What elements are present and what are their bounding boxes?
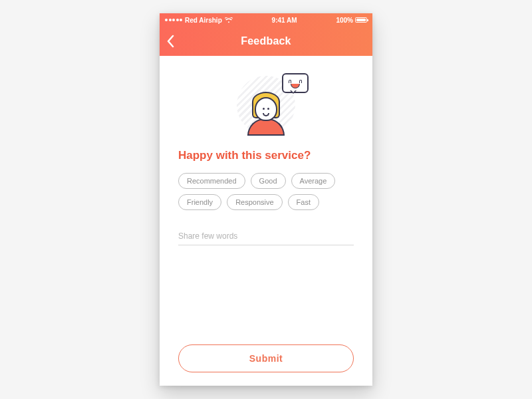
nav-bar: Feedback bbox=[160, 27, 372, 56]
speech-bubble-icon bbox=[282, 73, 309, 93]
chip-good[interactable]: Good bbox=[251, 173, 286, 189]
submit-button[interactable]: Submit bbox=[178, 344, 354, 372]
chip-group: Recommended Good Average Friendly Respon… bbox=[178, 173, 354, 210]
person-happy-icon bbox=[237, 76, 295, 134]
feedback-question: Happy with this service? bbox=[178, 149, 354, 162]
chip-average[interactable]: Average bbox=[291, 173, 336, 189]
battery-indicator: 100% bbox=[336, 17, 367, 24]
status-bar: Red Airship 9:41 AM 100% bbox=[160, 13, 372, 27]
status-left: Red Airship bbox=[165, 17, 233, 24]
back-button[interactable] bbox=[166, 27, 174, 56]
chip-recommended[interactable]: Recommended bbox=[178, 173, 245, 189]
wifi-icon bbox=[225, 17, 233, 23]
chip-responsive[interactable]: Responsive bbox=[227, 194, 282, 210]
feedback-input[interactable] bbox=[178, 227, 354, 245]
chip-friendly[interactable]: Friendly bbox=[178, 194, 221, 210]
content: Happy with this service? Recommended Goo… bbox=[160, 56, 372, 386]
chip-fast[interactable]: Fast bbox=[288, 194, 319, 210]
chevron-left-icon bbox=[166, 35, 174, 48]
feedback-input-wrap bbox=[178, 227, 354, 245]
carrier-label: Red Airship bbox=[185, 17, 222, 24]
signal-icon bbox=[165, 19, 182, 21]
page-title: Feedback bbox=[241, 35, 291, 47]
illustration bbox=[178, 76, 354, 134]
status-time: 9:41 AM bbox=[272, 17, 297, 24]
phone-screen: Red Airship 9:41 AM 100% Feedback bbox=[160, 13, 372, 386]
battery-pct: 100% bbox=[336, 17, 353, 24]
battery-icon bbox=[355, 17, 367, 23]
